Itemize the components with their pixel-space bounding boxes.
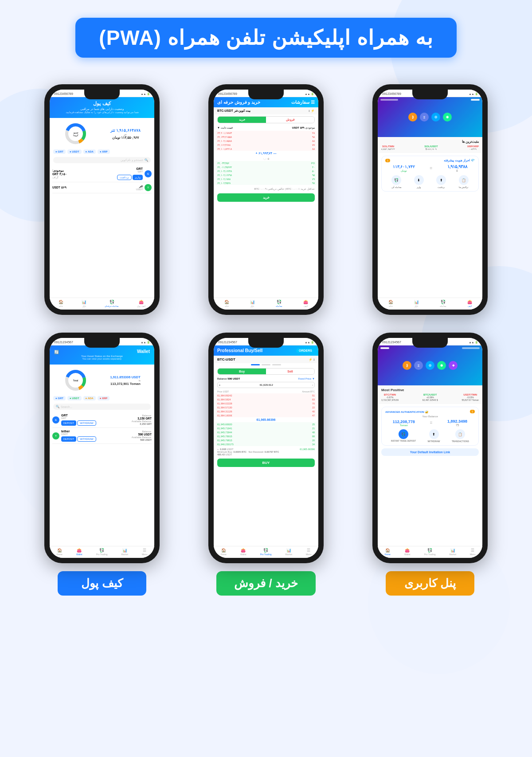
trade-5-orderbook: Price USDT Amount BTC 61,964.8924251 61,…	[214, 389, 318, 447]
phone-1-status-left: 09123456789	[54, 92, 73, 95]
phone-1-bottom-nav: 🏠خانه 📊بازار 💱معامله حرفه‌ای 👛کیف پول	[50, 298, 154, 310]
phone-4: 09121234567 🔷 BITNAL ▲▲ 🔋 🔄 Wallet	[44, 333, 160, 563]
wallet-4-search[interactable]: 🔍 Search...	[53, 404, 151, 410]
phone-2: 09123456789 🔷 BITNAL ▲▲ 🔋 ☰ سفارشات خرید…	[208, 84, 324, 315]
phone-5: 09121234567 🔷 BITNAL ▲▲ 🔋 Professional B…	[208, 333, 324, 563]
phone-5-screen: 09121234567 🔷 BITNAL ▲▲ 🔋 Professional B…	[214, 338, 318, 558]
phone-4-wrap: 09121234567 🔷 BITNAL ▲▲ 🔋 🔄 Wallet	[27, 333, 177, 596]
nav-trade[interactable]: 💱معامله حرفه‌ای	[105, 300, 119, 307]
orders-btn[interactable]: ORDERS	[296, 348, 315, 353]
withdraw-4-btn[interactable]: WITHDRAW	[77, 420, 96, 426]
panel-6-stats: Most Positive BTC/TMN -0.87% 3,722,567,9…	[378, 385, 482, 404]
wallet-1-balance-text: ۱,۹۱۵,۶۶۴۸۷۸ تتر تتر ۱۱۳,۵۵۰,۹۶۷ تومان	[110, 128, 141, 140]
phone-2-screen: 09123456789 🔷 BITNAL ▲▲ 🔋 ☰ سفارشات خرید…	[214, 90, 318, 310]
wallet-4-asset-list: G GRT GRT DEPOSIT WITHDRAW	[50, 411, 154, 445]
panel-6-hero: ₿ Ξ ◎ ◉ ◈	[378, 345, 482, 385]
nav-home[interactable]: 🏠خانه	[59, 300, 63, 307]
nav-market[interactable]: 📊بازار	[82, 300, 86, 307]
phone-5-notch	[248, 338, 284, 348]
wallet-1-title: کیف پول	[54, 101, 150, 106]
buy-tab-5[interactable]: Buy	[218, 369, 266, 374]
header-title: به همراه اپلیکیشن تلفن همراه (PWA)	[93, 26, 439, 50]
orders-icon: ☰ سفارشات	[291, 100, 315, 105]
grt-icon: G	[145, 170, 152, 177]
wallet-1-usdt: ۱,۹۱۵,۶۶۴۸۷۸ تتر	[110, 128, 141, 133]
phone-5-label: خرید / فروش	[216, 571, 316, 596]
phone-2-bottom-nav: 🏠خانه 📊بازار 💱معامله 👛کیف	[214, 298, 318, 310]
wallet-1-header: کیف پول وضعیت دارایی های شما در مراقبی ش…	[50, 97, 154, 118]
wallet-4-balance-text: 1,911.853306 USDT is 113,372,901 Toman	[110, 375, 140, 386]
wallet-1-subtitle: وضعیت دارایی های شما در مراقبی	[54, 107, 150, 111]
phone-2-wrap: 09123456789 🔷 BITNAL ▲▲ 🔋 ☰ سفارشات خرید…	[191, 84, 341, 315]
phone-4-label: کیف پول	[58, 571, 146, 596]
usdt-icon: T	[145, 184, 152, 191]
wallet-1-balance-row: ۱,۹۱۵,۶۶۴۸۷۸ تتر تتر ۱۱۳,۵۵۰,۹۶۷ تومان	[50, 118, 154, 149]
phone-4-screen: 09121234567 🔷 BITNAL ▲▲ 🔋 🔄 Wallet	[50, 338, 154, 558]
trade-2-buy-btn[interactable]: خرید	[217, 193, 315, 202]
phone-6-label: پنل کاربری	[386, 571, 474, 596]
withdraw-grt-btn[interactable]: برداشت	[117, 175, 132, 180]
wallet-4-balance-row: Total 1,911.853306 USDT is 113,372,901 T…	[50, 365, 154, 396]
phone-1: 09123456789 🔷 BITNAL ▲▲ 🔋 کیف پول وضعیت …	[44, 84, 160, 315]
phone-3-wrap: 09123456789 🔷 BITNAL ▲▲ 🔋 ₿ Ξ	[355, 84, 505, 315]
phone-6-screen: 09121234567 🔷 BITNAL ▲▲ 🔋 ₿ Ξ	[378, 338, 482, 558]
phone-6-notch	[412, 338, 448, 348]
trade-2-orderbook: ۲۸۶۳,۲۰۱,۱۷۸۸۳ ۹۸۶۲,۱۳۲,۲۱۵۵۸ ۸۸۶۲,۱۰۲,۱…	[214, 130, 318, 186]
phone-3-panel-screen: ₿ Ξ ◎ ◉ مثبت‌ترین ها	[378, 97, 482, 192]
wallet-1-donut: تجمعکریما	[63, 122, 88, 146]
phone-6-wrap: 09121234567 🔷 BITNAL ▲▲ 🔋 ₿ Ξ	[355, 333, 505, 596]
panel-3-card: 1 💎 احراز هویت پیشرفته ۱,۹۱۵,۹۳۸۸ ۵ =	[381, 156, 479, 192]
phone-3-bottom-nav: 🏠خانه 📊بازار 💱معامله 👛کیف	[378, 298, 482, 310]
wallet-1-desc: شما می‌توانید وضعیت دارایی‌های خود را به…	[54, 111, 150, 114]
trade-pair-label: بیت کوین-تتر BTC-USDT	[217, 109, 250, 113]
wallet-1-asset-list: G GRT GRT واریز برداشت	[50, 165, 154, 194]
wallet-1-asset-usdt: T تتر USDT ۵۶۹ USDT	[52, 182, 152, 193]
phone-5-bottom-nav: 🏠Home 👛Wallet 💱Pro Trading 📊Market ☰Menu	[214, 546, 318, 558]
deposit-4-btn[interactable]: DEPOSIT	[61, 420, 76, 426]
buy-tab[interactable]: خرید	[218, 117, 266, 123]
deposit-grt-btn[interactable]: واریز	[133, 175, 143, 180]
trade-2-form: موجودی: ۵۶۹ USDT قیمت ثابت ▼	[214, 125, 318, 130]
trade-5-pair: BTC-USDT ⚡ ↕	[214, 356, 318, 363]
trade-5-buy-btn[interactable]: BUY	[217, 459, 315, 467]
panel-3-hero: ₿ Ξ ◎ ◉	[378, 97, 482, 137]
phone-2-notch	[248, 90, 284, 99]
phone-1-notch	[84, 90, 120, 99]
phone-3: 09123456789 🔷 BITNAL ▲▲ 🔋 ₿ Ξ	[372, 84, 488, 315]
wallet-1-toman: ۱۱۳,۵۵۰,۹۶۷ تومان	[110, 136, 141, 140]
phone-4-notch	[84, 338, 120, 348]
phone-1-wallet-screen: کیف پول وضعیت دارایی های شما در مراقبی ش…	[50, 97, 154, 194]
phone-6-bottom-nav: 🏠Home 👛Wallet 💱Pro Trading 📊Market ☰Menu	[378, 546, 482, 558]
nav-wallet[interactable]: 👛کیف پول	[137, 300, 145, 307]
phones-grid: 09123456789 🔷 BITNAL ▲▲ 🔋 کیف پول وضعیت …	[27, 84, 505, 596]
sell-tab[interactable]: فروش	[266, 117, 314, 123]
withdraw-4-tether-btn[interactable]: WITHDRAW	[77, 436, 96, 442]
wallet-1-search[interactable]: 🔍 جستجو و نام کوین	[53, 157, 151, 163]
sell-tab-5[interactable]: Sell	[266, 369, 314, 374]
phone-6: 09121234567 🔷 BITNAL ▲▲ 🔋 ₿ Ξ	[372, 333, 488, 563]
invitation-box: Your Default Invitation Link	[381, 448, 479, 456]
trade-2-pair: ⚡ ↕ بیت کوین-تتر BTC-USDT	[214, 107, 318, 114]
phone-6-panel-screen: ₿ Ξ ◎ ◉ ◈ Most Po	[378, 345, 482, 456]
phone-1-wrap: 09123456789 🔷 BITNAL ▲▲ 🔋 کیف پول وضعیت …	[27, 84, 177, 315]
phone-1-screen: 09123456789 🔷 BITNAL ▲▲ 🔋 کیف پول وضعیت …	[50, 90, 154, 310]
trade-2-tabs: فروش خرید	[217, 116, 315, 123]
wallet-1-tags: XRP ● ADA ● USDT ● GRT ●	[50, 149, 154, 156]
header-title-box: به همراه اپلیکیشن تلفن همراه (PWA)	[75, 18, 457, 58]
phone-1-status-right: ▲▲ 🔋	[141, 92, 150, 95]
phone-3-screen: 09123456789 🔷 BITNAL ▲▲ 🔋 ₿ Ξ	[378, 90, 482, 310]
wallet-4-title: Wallet	[137, 349, 150, 354]
wallet-4-header: 🔄 Wallet Your Asset Status on the Exchan…	[50, 345, 154, 365]
phone-4-wallet-screen: 🔄 Wallet Your Asset Status on the Exchan…	[50, 345, 154, 445]
phone-5-wrap: 09121234567 🔷 BITNAL ▲▲ 🔋 Professional B…	[191, 333, 341, 596]
phone-5-trade-screen: Professional Buy/Sell ORDERS BTC-USDT ⚡ …	[214, 345, 318, 467]
panel-3-stats: مثبت‌ترین ها XRP/XRP ۰-۸۳۲۹ SOL/USDT $۱۸…	[378, 137, 482, 153]
invitation-title: Your Default Invitation Link	[385, 451, 475, 454]
panel-6-card: 🔐 ADVANCED AUTHENTICATION 1 Your Balance…	[381, 407, 479, 446]
phone-4-bottom-nav: 🏠Home 👛Wallet 💱Pro Trading 📊Market ☰Menu	[50, 546, 154, 558]
wallet-1-asset-grt: G GRT GRT واریز برداشت	[52, 165, 152, 182]
phone-3-notch	[412, 90, 448, 99]
trade-5-tabs: Buy Sell	[217, 368, 315, 375]
phone-2-trade-screen: ☰ سفارشات خرید و فروش حرفه ای ⚡ ↕ بیت کو…	[214, 97, 318, 202]
deposit-4-tether-btn[interactable]: DEPOSIT	[61, 436, 76, 442]
